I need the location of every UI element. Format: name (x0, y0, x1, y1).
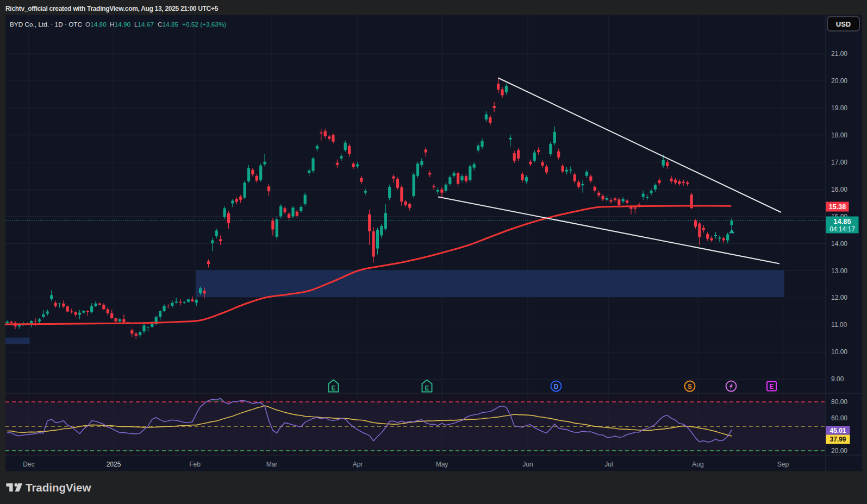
svg-text:2025: 2025 (107, 461, 121, 468)
svg-text:Mar: Mar (266, 461, 278, 468)
svg-text:TradingView: TradingView (26, 481, 91, 494)
svg-text:S: S (688, 383, 692, 390)
svg-text:Feb: Feb (189, 461, 201, 468)
svg-text:May: May (436, 461, 448, 468)
svg-text:E: E (769, 383, 774, 390)
svg-text:E: E (425, 385, 429, 392)
svg-text:Dec: Dec (23, 461, 34, 468)
svg-text:USD: USD (836, 20, 851, 28)
svg-text:16.00: 16.00 (831, 186, 847, 193)
svg-text:14.85: 14.85 (833, 217, 851, 225)
svg-text:19.00: 19.00 (831, 104, 847, 112)
svg-text:17.00: 17.00 (831, 159, 847, 166)
svg-text:37.99: 37.99 (829, 436, 846, 443)
svg-text:BYD Co., Ltd. · 1D · OTCO14.80: BYD Co., Ltd. · 1D · OTCO14.80H14.90L14.… (10, 21, 226, 28)
svg-text:14.00: 14.00 (831, 240, 847, 248)
svg-text:12.00: 12.00 (831, 294, 847, 301)
svg-text:20.00: 20.00 (831, 77, 847, 85)
svg-text:13.00: 13.00 (831, 267, 847, 275)
svg-text:60.00: 60.00 (831, 414, 847, 422)
svg-text:D: D (554, 383, 559, 390)
svg-text:9.00: 9.00 (831, 375, 844, 383)
svg-text:21.00: 21.00 (831, 50, 847, 58)
svg-text:Richtv_official created with T: Richtv_official created with TradingView… (5, 5, 219, 12)
svg-text:04:14:17: 04:14:17 (829, 225, 855, 233)
svg-text:11.00: 11.00 (831, 321, 847, 329)
svg-text:Apr: Apr (353, 461, 363, 468)
svg-text:Jul: Jul (604, 461, 613, 468)
svg-text:80.00: 80.00 (831, 398, 847, 406)
svg-text:Aug: Aug (692, 461, 703, 468)
svg-text:45.01: 45.01 (829, 427, 846, 434)
svg-text:18.00: 18.00 (831, 131, 847, 139)
svg-text:10.00: 10.00 (831, 348, 847, 356)
svg-text:Sep: Sep (777, 461, 789, 468)
svg-text:Jun: Jun (522, 461, 533, 468)
svg-text:20.00: 20.00 (831, 447, 847, 455)
svg-text:E: E (331, 385, 335, 392)
svg-text:15.38: 15.38 (829, 203, 846, 211)
